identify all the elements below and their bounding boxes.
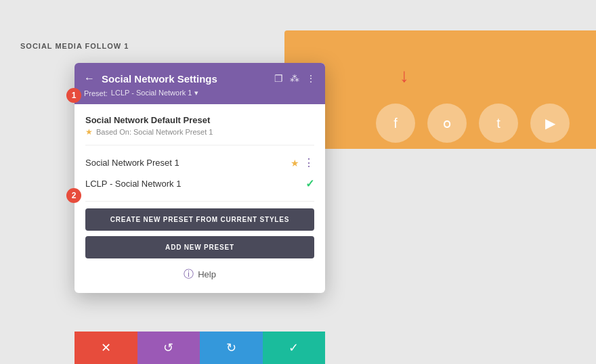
red-arrow-icon: ↓ (400, 66, 409, 85)
preset-value[interactable]: LCLP - Social Network 1 ▾ (111, 89, 198, 97)
more-icon[interactable]: ⋮ (306, 73, 316, 84)
bottom-toolbar: ✕ ↺ ↻ ✓ (74, 332, 325, 364)
badge-2: 2 (66, 188, 81, 203)
preset-1-right: ★ ⋮ (291, 156, 314, 169)
panel-header-icons: ❐ ⁂ ⋮ (274, 73, 316, 84)
page-title: SOCIAL MEDIA FOLLOW 1 (20, 42, 129, 50)
back-icon[interactable]: ← (84, 72, 95, 85)
pinterest-icon: 𝗈 (427, 104, 467, 143)
help-row: ⓘ Help (85, 258, 314, 283)
preset-2-right: ✓ (305, 177, 314, 190)
default-preset-name: Social Network Default Preset (85, 115, 314, 125)
add-preset-button[interactable]: ADD NEW PRESET (85, 236, 314, 258)
divider-2 (85, 201, 314, 202)
preset-1-star-icon[interactable]: ★ (291, 158, 299, 168)
cancel-button[interactable]: ✕ (74, 332, 137, 364)
default-preset-based-on: ★ Based On: Social Network Preset 1 (85, 127, 314, 137)
social-icons-row: f 𝗈 t ▶ (376, 104, 570, 143)
confirm-icon: ✓ (289, 340, 299, 355)
preset-1-more-icon[interactable]: ⋮ (303, 156, 314, 169)
preset-1-name[interactable]: Social Network Preset 1 (85, 158, 179, 168)
cancel-icon: ✕ (101, 340, 111, 355)
help-text[interactable]: Help (198, 269, 216, 279)
preset-row: Preset: LCLP - Social Network 1 ▾ (84, 89, 316, 104)
window-icon[interactable]: ❐ (274, 73, 283, 84)
panel-header-left: ← Social Network Settings (84, 72, 217, 85)
panel-header-top: ← Social Network Settings ❐ ⁂ ⋮ (84, 72, 316, 85)
panel-header: ← Social Network Settings ❐ ⁂ ⋮ Preset: … (74, 63, 325, 104)
undo-icon: ↺ (163, 340, 173, 355)
redo-icon: ↻ (226, 340, 236, 355)
orange-section: ↓ f 𝗈 t ▶ (284, 30, 596, 149)
facebook-icon: f (376, 104, 415, 143)
preset-2-name[interactable]: LCLP - Social Network 1 (85, 179, 181, 189)
columns-icon[interactable]: ⁂ (290, 73, 299, 84)
star-icon: ★ (85, 127, 93, 137)
default-preset: Social Network Default Preset ★ Based On… (85, 115, 314, 137)
create-preset-button[interactable]: CREATE NEW PRESET FROM CURRENT STYLES (85, 208, 314, 231)
twitter-icon: t (479, 104, 518, 143)
divider (85, 145, 314, 145)
undo-button[interactable]: ↺ (137, 332, 200, 364)
preset-label: Preset: (84, 89, 108, 97)
preset-item-1: Social Network Preset 1 ★ ⋮ (85, 152, 314, 173)
preset-2-check-icon: ✓ (305, 177, 314, 190)
based-on-text: Based On: Social Network Preset 1 (96, 128, 213, 136)
preset-item-2: LCLP - Social Network 1 ✓ (85, 173, 314, 194)
settings-panel: ← Social Network Settings ❐ ⁂ ⋮ Preset: … (74, 63, 325, 293)
badge-1: 1 (66, 88, 81, 103)
redo-button[interactable]: ↻ (200, 332, 263, 364)
panel-title: Social Network Settings (102, 73, 217, 85)
youtube-icon: ▶ (530, 104, 570, 143)
help-icon[interactable]: ⓘ (184, 268, 194, 281)
confirm-button[interactable]: ✓ (263, 332, 326, 364)
panel-body: Social Network Default Preset ★ Based On… (74, 104, 325, 293)
